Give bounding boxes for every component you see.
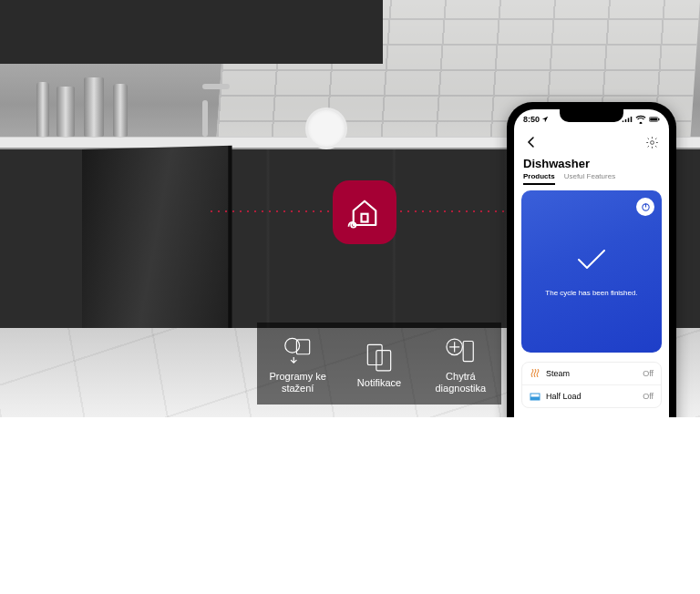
feature-label: Programy ke stažení [259,371,336,394]
half-load-icon [530,391,540,402]
checkmark-icon [575,247,608,272]
tab-useful-features[interactable]: Useful Features [564,172,615,185]
option-value: Off [643,369,654,378]
svg-point-11 [650,140,654,144]
battery-icon [649,115,660,124]
cycle-message: The cycle has been finished. [545,289,637,297]
option-value: Off [643,392,654,401]
feature-notifications: Notifikace [338,323,419,405]
smart-diag-icon [441,333,479,367]
upper-cabinets [0,0,383,64]
decor-bottle [84,77,104,137]
decor-bottle [36,82,49,137]
power-icon [641,202,651,212]
option-list: Steam Off Half Load Off [521,362,662,408]
option-row-steam[interactable]: Steam Off [522,363,661,385]
phone-mockup: 8:50 Dishwasher Products [507,102,676,417]
tab-products[interactable]: Products [523,172,555,185]
power-button[interactable] [636,198,654,216]
thinq-app-icon [333,180,396,244]
dishwasher-door [82,146,232,353]
feature-label: Notifikace [357,377,401,389]
feature-downloads: Programy ke stažení [257,323,338,405]
downloads-icon [279,333,317,367]
svg-rect-4 [367,344,382,364]
cycle-status-card: The cycle has been finished. [521,190,662,353]
features-strip: Programy ke stažení Notifikace Chytrá di… [257,323,501,405]
location-icon [541,116,549,123]
option-row-half-load[interactable]: Half Load Off [522,385,661,407]
tabs: Products Useful Features [514,170,669,185]
option-name: Half Load [546,392,582,401]
phone-notch [560,109,623,122]
decor-bottle [57,87,75,137]
decor-plates [305,108,351,144]
chevron-left-icon [525,136,538,148]
wifi-icon [635,115,646,124]
status-time: 8:50 [523,115,540,124]
svg-rect-10 [658,118,659,120]
steam-icon [530,368,540,379]
svg-rect-7 [463,342,473,362]
settings-button[interactable] [643,134,660,150]
notifications-icon [360,339,398,374]
option-name: Steam [546,369,570,378]
app-header [514,129,669,155]
gear-icon [645,136,659,149]
feature-smart-diagnostics: Chytrá diagnostika [420,323,501,405]
phone-screen: 8:50 Dishwasher Products [514,109,669,417]
feature-label: Chytrá diagnostika [422,371,499,394]
decor-bottle [113,84,128,137]
back-button[interactable] [523,134,540,150]
svg-rect-0 [362,214,368,222]
svg-rect-5 [376,350,391,370]
hero-kitchen-scene: Programy ke stažení Notifikace Chytrá di… [0,0,700,417]
home-icon [345,193,384,231]
svg-rect-9 [650,118,657,121]
signal-icon [622,115,633,124]
faucet [191,84,219,137]
device-title: Dishwasher [514,155,669,170]
svg-rect-15 [530,397,540,401]
